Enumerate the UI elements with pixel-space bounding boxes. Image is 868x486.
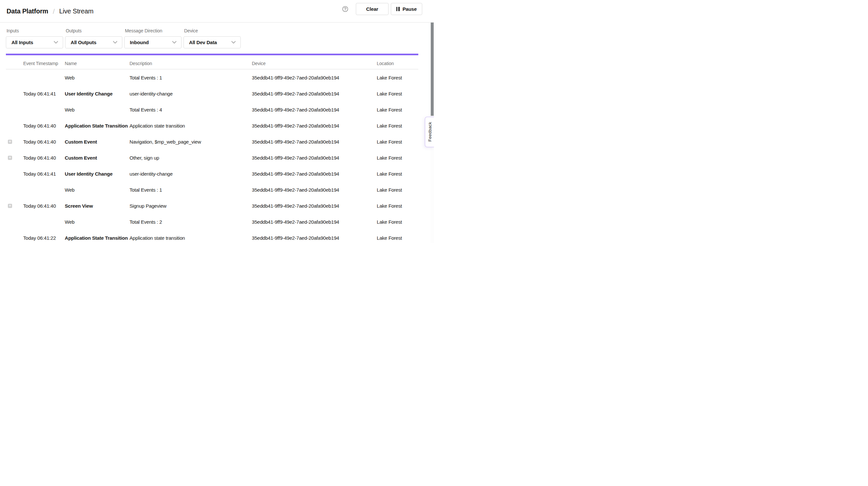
expand-plus-icon[interactable]	[8, 156, 12, 160]
accent-divider	[6, 54, 418, 55]
breadcrumb-section[interactable]: Data Platform	[6, 7, 48, 15]
table-row[interactable]: Web Total Events : 2 35eddb41-9ff9-49e2-…	[0, 214, 434, 230]
table-row[interactable]: Today 06:41:22 Application State Transit…	[0, 230, 434, 243]
cell-description: Other, sign up	[129, 150, 159, 166]
filter-inputs: Inputs All Inputs	[6, 28, 63, 49]
column-header-timestamp: Event Timestamp	[23, 58, 58, 69]
cell-timestamp: Today 06:41:40	[23, 134, 56, 150]
cell-name: User Identity Change	[65, 166, 113, 182]
table-row[interactable]: Web Total Events : 1 35eddb41-9ff9-49e2-…	[0, 182, 434, 198]
cell-device: 35eddb41-9ff9-49e2-7aed-20afa90eb194	[252, 134, 339, 150]
table-row[interactable]: Today 06:41:40 Custom Event Navigation, …	[0, 134, 434, 150]
cell-name: Screen View	[65, 198, 93, 214]
cell-name: Custom Event	[65, 150, 97, 166]
pause-button[interactable]: Pause	[391, 3, 422, 15]
column-header-location: Location	[377, 58, 394, 69]
cell-description: user-identity-change	[129, 166, 173, 182]
cell-location: Lake Forest	[377, 86, 402, 102]
cell-location: Lake Forest	[377, 102, 402, 118]
cell-location: Lake Forest	[377, 230, 402, 243]
table-row[interactable]: Today 06:41:41 User Identity Change user…	[0, 86, 434, 102]
header-actions: Clear Pause	[342, 3, 422, 15]
cell-name: Application State Transition	[65, 230, 128, 243]
cell-name: Web	[65, 102, 74, 118]
table-row[interactable]: Web Total Events : 1 35eddb41-9ff9-49e2-…	[0, 70, 434, 86]
pause-button-label: Pause	[403, 6, 417, 12]
breadcrumb-separator: /	[53, 7, 55, 16]
cell-device: 35eddb41-9ff9-49e2-7aed-20afa90eb194	[252, 198, 339, 214]
cell-description: Application state transition	[129, 230, 185, 243]
filter-outputs-label: Outputs	[65, 28, 122, 33]
inputs-dropdown[interactable]: All Inputs	[6, 36, 63, 49]
cell-device: 35eddb41-9ff9-49e2-7aed-20afa90eb194	[252, 214, 339, 230]
cell-description: Navigation, $mp_web_page_view	[129, 134, 201, 150]
cell-device: 35eddb41-9ff9-49e2-7aed-20afa90eb194	[252, 230, 339, 243]
cell-description: Total Events : 2	[129, 214, 162, 230]
cell-device: 35eddb41-9ff9-49e2-7aed-20afa90eb194	[252, 118, 339, 134]
cell-description: Signup Pageview	[129, 198, 166, 214]
cell-timestamp: Today 06:41:40	[23, 118, 56, 134]
table-row[interactable]: Today 06:41:40 Screen View Signup Pagevi…	[0, 198, 434, 214]
cell-description: Total Events : 1	[129, 70, 162, 86]
filter-device: Device All Dev Data	[184, 28, 241, 49]
cell-location: Lake Forest	[377, 150, 402, 166]
chevron-down-icon	[172, 41, 177, 44]
cell-timestamp: Today 06:41:40	[23, 150, 56, 166]
column-header-description: Description	[129, 58, 152, 69]
top-bar: Data Platform / Live Stream Clear Pause	[0, 0, 434, 23]
outputs-dropdown-value: All Outputs	[71, 39, 96, 45]
table-row[interactable]: Today 06:41:41 User Identity Change user…	[0, 166, 434, 182]
clear-button[interactable]: Clear	[356, 3, 389, 15]
device-dropdown[interactable]: All Dev Data	[184, 36, 241, 49]
table-header: Event Timestamp Name Description Device …	[6, 58, 418, 69]
cell-location: Lake Forest	[377, 182, 402, 198]
filter-bar: Inputs All Inputs Outputs All Outputs Me…	[6, 28, 241, 49]
event-list: Web Total Events : 1 35eddb41-9ff9-49e2-…	[0, 70, 434, 243]
cell-description: Total Events : 1	[129, 182, 162, 198]
column-header-device: Device	[252, 58, 266, 69]
cell-device: 35eddb41-9ff9-49e2-7aed-20afa90eb194	[252, 70, 339, 86]
message-direction-dropdown[interactable]: Inbound	[124, 36, 182, 49]
feedback-tab-label: Feedback	[428, 122, 432, 142]
cell-location: Lake Forest	[377, 134, 402, 150]
breadcrumb: Data Platform / Live Stream	[6, 0, 94, 23]
live-stream-page: Data Platform / Live Stream Clear Pause	[0, 0, 434, 243]
cell-device: 35eddb41-9ff9-49e2-7aed-20afa90eb194	[252, 166, 339, 182]
help-icon[interactable]	[342, 6, 348, 12]
cell-timestamp: Today 06:41:40	[23, 198, 56, 214]
inputs-dropdown-value: All Inputs	[11, 39, 33, 45]
cell-description: user-identity-change	[129, 86, 173, 102]
scrollbar-thumb[interactable]	[431, 23, 434, 116]
cell-location: Lake Forest	[377, 198, 402, 214]
cell-device: 35eddb41-9ff9-49e2-7aed-20afa90eb194	[252, 182, 339, 198]
cell-timestamp: Today 06:41:22	[23, 230, 56, 243]
filter-message-direction: Message Direction Inbound	[124, 28, 182, 49]
cell-description: Total Events : 4	[129, 102, 162, 118]
filter-outputs: Outputs All Outputs	[65, 28, 122, 49]
table-row[interactable]: Today 06:41:40 Application State Transit…	[0, 118, 434, 134]
cell-device: 35eddb41-9ff9-49e2-7aed-20afa90eb194	[252, 150, 339, 166]
expand-plus-icon[interactable]	[8, 140, 12, 144]
cell-name: Web	[65, 70, 74, 86]
cell-location: Lake Forest	[377, 118, 402, 134]
cell-location: Lake Forest	[377, 214, 402, 230]
cell-name: Application State Transition	[65, 118, 128, 134]
cell-name: User Identity Change	[65, 86, 113, 102]
chevron-down-icon	[54, 41, 58, 44]
cell-device: 35eddb41-9ff9-49e2-7aed-20afa90eb194	[252, 102, 339, 118]
feedback-tab[interactable]: Feedback	[425, 117, 434, 147]
message-direction-dropdown-value: Inbound	[130, 39, 149, 45]
table-row[interactable]: Web Total Events : 4 35eddb41-9ff9-49e2-…	[0, 102, 434, 118]
filter-message-direction-label: Message Direction	[124, 28, 182, 33]
expand-plus-icon[interactable]	[8, 204, 12, 208]
cell-name: Custom Event	[65, 134, 97, 150]
cell-location: Lake Forest	[377, 166, 402, 182]
cell-name: Web	[65, 182, 74, 198]
cell-name: Web	[65, 214, 74, 230]
cell-description: Application state transition	[129, 118, 185, 134]
device-dropdown-value: All Dev Data	[189, 39, 217, 45]
chevron-down-icon	[113, 41, 117, 44]
outputs-dropdown[interactable]: All Outputs	[65, 36, 122, 49]
table-row[interactable]: Today 06:41:40 Custom Event Other, sign …	[0, 150, 434, 166]
cell-timestamp: Today 06:41:41	[23, 86, 56, 102]
